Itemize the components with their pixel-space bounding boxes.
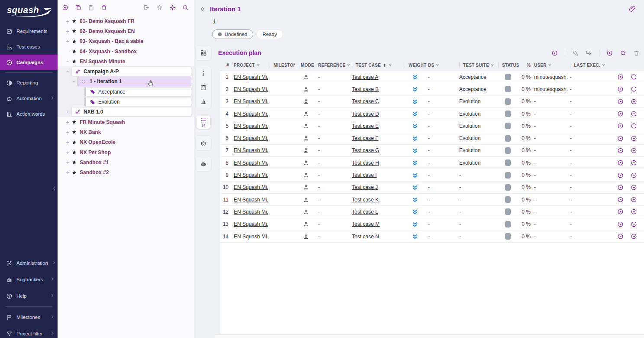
tab-issues[interactable]: [196, 157, 210, 170]
expand-icon[interactable]: +: [66, 109, 71, 114]
test-case-link[interactable]: Test case G: [352, 147, 379, 153]
test-case-link[interactable]: Test case D: [352, 111, 379, 117]
project-link[interactable]: EN Squash Mi...: [234, 172, 268, 178]
project-link[interactable]: EN Squash Mi...: [234, 74, 268, 80]
remove-execution-button[interactable]: [631, 147, 637, 154]
column-header-mode[interactable]: MODE: [295, 62, 316, 68]
run-execution-button[interactable]: [617, 135, 624, 142]
tree-item-03-xsquash-bac-sable[interactable]: +03- Xsquash - Bac à sable: [58, 36, 194, 46]
sidebar-item-requirements[interactable]: Requirements: [0, 23, 58, 39]
remove-execution-button[interactable]: [631, 208, 637, 215]
test-case-link[interactable]: Test case H: [352, 160, 379, 166]
column-header-user[interactable]: USER: [532, 63, 568, 68]
tree-item-nx-openecole[interactable]: +NX OpenEcole: [58, 137, 194, 147]
status-chip[interactable]: [505, 196, 511, 203]
column-header-project[interactable]: PROJECT: [232, 63, 268, 68]
attachments-button[interactable]: [629, 5, 636, 13]
column-header-ds[interactable]: DS: [426, 63, 457, 68]
tree-item-nxb-1-0[interactable]: + NXB 1.0: [58, 107, 194, 117]
tree-item-nx-bank[interactable]: +NX Bank: [58, 127, 194, 137]
sidebar-item-campaigns[interactable]: Campaigns: [0, 55, 58, 70]
column-header-status[interactable]: STATUS: [496, 62, 519, 68]
sidebar-collapse-button[interactable]: [52, 185, 57, 193]
remove-execution-button[interactable]: [631, 123, 637, 129]
run-execution-button[interactable]: [617, 74, 624, 80]
project-link[interactable]: EN Squash Mi...: [234, 111, 268, 117]
sidebar-item-automation[interactable]: Automation: [0, 91, 58, 106]
project-link[interactable]: EN Squash Mi...: [234, 209, 268, 215]
run-execution-button[interactable]: [617, 184, 624, 191]
paste-button[interactable]: [88, 4, 94, 11]
sidebar-item-administration[interactable]: Administration: [0, 255, 58, 271]
project-link[interactable]: EN Squash Mi...: [234, 147, 268, 153]
tab-planning[interactable]: [196, 81, 210, 94]
tree-item-card[interactable]: Acceptance: [84, 87, 191, 97]
run-execution-button[interactable]: [617, 233, 624, 240]
status-chip[interactable]: [505, 147, 511, 154]
expand-icon[interactable]: +: [66, 170, 71, 175]
test-case-link[interactable]: Test case E: [352, 123, 379, 129]
project-link[interactable]: EN Squash Mi...: [234, 160, 268, 166]
tab-automation[interactable]: [196, 136, 210, 150]
status-chip[interactable]: [505, 135, 511, 142]
tab-information[interactable]: [196, 67, 210, 80]
run-button[interactable]: [551, 50, 558, 56]
expand-icon[interactable]: +: [66, 150, 71, 155]
column-header-weight[interactable]: WEIGHT: [403, 62, 426, 68]
run-execution-button[interactable]: [617, 110, 624, 117]
remove-execution-button[interactable]: [631, 196, 637, 203]
status-chip[interactable]: [505, 208, 511, 215]
tab-statistics[interactable]: [196, 95, 210, 108]
project-link[interactable]: EN Squash Mi...: [234, 98, 268, 104]
status-badge-undefined[interactable]: Undefined: [212, 29, 253, 39]
delete-button[interactable]: [101, 4, 107, 11]
sidebar-item-test-cases[interactable]: Test cases: [0, 39, 58, 55]
run-execution-button[interactable]: [617, 86, 624, 92]
status-chip[interactable]: [505, 123, 511, 129]
collapse-icon[interactable]: −: [72, 79, 77, 84]
tree-item-card[interactable]: Campaign A-P: [71, 67, 191, 76]
remove-execution-button[interactable]: [631, 98, 637, 105]
remove-execution-button[interactable]: [631, 159, 637, 166]
test-case-link[interactable]: Test case M: [352, 221, 380, 227]
run-execution-button[interactable]: [617, 196, 624, 203]
collapse-icon[interactable]: −: [66, 69, 71, 74]
tree-item-card[interactable]: 1 - Iteration 1: [77, 77, 191, 86]
add-test-cases-button[interactable]: [606, 50, 613, 56]
remove-execution-button[interactable]: [631, 86, 637, 92]
project-link[interactable]: EN Squash Mi...: [234, 221, 268, 227]
column-header-milestone[interactable]: MILESTON...: [268, 62, 295, 68]
import-export-button[interactable]: [143, 4, 150, 11]
project-link[interactable]: EN Squash Mi...: [234, 234, 268, 240]
test-case-link[interactable]: Test case C: [352, 98, 379, 104]
tree-item-campaign-a-p[interactable]: − Campaign A-P: [58, 66, 194, 76]
test-case-link[interactable]: Test case I: [352, 172, 377, 178]
expand-icon[interactable]: +: [66, 29, 71, 34]
sidebar-item-project-filter[interactable]: Project filter: [0, 325, 58, 338]
tree-item-evolution[interactable]: Evolution: [58, 97, 194, 107]
run-execution-button[interactable]: [617, 147, 624, 154]
run-execution-button[interactable]: [617, 98, 624, 105]
status-chip[interactable]: [505, 172, 511, 179]
remove-button[interactable]: [633, 50, 640, 56]
tree-item-sandbox-1[interactable]: +Sandbox #1: [58, 157, 194, 167]
collapse-icon[interactable]: −: [66, 59, 71, 64]
test-case-link[interactable]: Test case J: [352, 184, 378, 190]
copy-button[interactable]: [75, 4, 81, 11]
assign-test-suite-button[interactable]: [572, 50, 579, 56]
test-case-link[interactable]: Test case B: [352, 86, 379, 92]
column-header-last_exec[interactable]: LAST EXEC.: [568, 62, 617, 68]
tree-item-1-iteration-1[interactable]: − 1 - Iteration 1: [58, 77, 194, 87]
sidebar-item-bugtrackers[interactable]: Bugtrackers: [0, 271, 58, 288]
test-case-link[interactable]: Test case F: [352, 135, 378, 141]
project-link[interactable]: EN Squash Mi...: [234, 184, 268, 190]
project-link[interactable]: EN Squash Mi...: [234, 86, 268, 92]
tree-item-02-demo-xsquash-en[interactable]: +02- Demo Xsquash EN: [58, 26, 194, 36]
column-header-percent[interactable]: %: [519, 63, 532, 68]
status-chip[interactable]: [505, 110, 511, 117]
remove-execution-button[interactable]: [631, 184, 637, 191]
status-chip[interactable]: [505, 221, 511, 228]
status-chip[interactable]: [505, 86, 511, 92]
new-button[interactable]: [62, 4, 68, 11]
run-execution-button[interactable]: [617, 221, 624, 228]
